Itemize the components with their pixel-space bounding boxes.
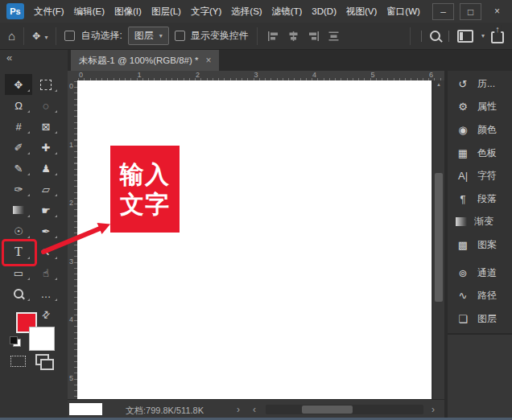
frame-tool[interactable]: ⊠ [32,116,60,137]
scroll-right-icon[interactable]: › [431,404,435,415]
ruler-number: 2 [69,199,73,207]
panel-tab-history[interactable]: ↺历... [448,72,512,96]
lasso-tool-icon: Ω [14,100,23,112]
panel-group-bottom: ⊚通道∿路径❏图层 [448,261,512,331]
gradient-panel-icon [456,217,467,226]
background-color-swatch[interactable] [29,327,55,351]
distribute-icon[interactable] [328,31,340,42]
crop-tool-icon: # [15,121,21,133]
rectangular-marquee-tool[interactable] [32,74,60,95]
align-left-edges-icon[interactable] [267,31,279,42]
auto-select-dropdown[interactable]: 图层 ▾ [128,27,169,45]
brush-tool-icon: ✎ [14,163,23,175]
brush-tool[interactable]: ✎ [5,158,32,179]
horizontal-scrollbar-thumb[interactable] [302,406,353,414]
empty-panel-area [448,333,512,418]
menu-item[interactable]: 图像(I) [109,0,147,23]
character-panel-icon: A| [456,170,470,182]
photoshop-logo: Ps [6,3,24,19]
panel-tab-pattern[interactable]: ▩图案 [448,233,512,257]
document-tab[interactable]: 未标题-1 @ 100%(RGB/8#) * × [71,50,219,71]
path-selection-tool-icon: ↖ [42,246,51,258]
spot-healing-brush-tool[interactable]: ✚ [32,137,60,158]
maximize-button[interactable]: □ [460,3,481,20]
menu-item[interactable]: 文件(F) [29,0,69,23]
panel-tab-paragraph[interactable]: ¶段落 [448,187,512,211]
dodge-tool[interactable]: ☉ [5,220,32,241]
vertical-scrollbar-thumb[interactable] [435,173,443,302]
panel-tab-character[interactable]: A|字符 [448,164,512,187]
title-bar: Ps 文件(F)编辑(E)图像(I)图层(L)文字(Y)选择(S)滤镜(T)3D… [0,0,512,23]
text-layer-box[interactable]: 输入 文字 [110,146,180,233]
text-layer-line: 文字 [120,189,170,219]
search-icon[interactable] [430,31,440,41]
panel-tab-properties[interactable]: ⚙属性 [448,96,512,119]
panel-tab-swatches[interactable]: ▦色板 [448,142,512,165]
menu-item[interactable]: 视图(V) [341,0,382,23]
menu-item[interactable]: 编辑(E) [69,0,109,23]
pattern-panel-icon: ▩ [456,239,470,251]
zoom-tool[interactable] [5,283,32,304]
workspace-icon[interactable] [457,30,473,43]
home-icon[interactable]: ⌂ [8,29,15,43]
menu-item[interactable]: 3D(D) [307,0,341,23]
gradient-tool-icon [13,206,24,214]
collapse-panel-icon[interactable]: « [6,51,12,64]
screen-mode-icon[interactable] [35,354,49,365]
history-brush-tool[interactable]: ✑ [5,179,32,200]
properties-panel-icon: ⚙ [456,101,470,113]
dock-header [448,50,512,71]
panel-tab-color[interactable]: ◉颜色 [448,118,512,142]
menu-item[interactable]: 滤镜(T) [267,0,308,23]
panel-tab-paths[interactable]: ∿路径 [448,285,512,308]
clone-stamp-tool[interactable]: ♟ [32,158,60,179]
smudge-tool[interactable]: ☛ [32,200,60,220]
panel-tab-label: 历... [477,77,495,91]
align-vertical-centers-icon[interactable] [287,31,299,42]
horizontal-scrollbar[interactable] [266,405,423,414]
menu-item[interactable]: 窗口(W) [382,0,425,23]
eyedropper-tool[interactable]: ✐ [5,137,32,158]
crop-tool[interactable]: # [5,116,32,137]
rectangle-tool-icon: ▭ [14,267,23,279]
panel-tab-gradient[interactable]: 渐变 [448,211,512,234]
swap-colors-icon[interactable]: ⇄ [39,307,53,321]
vertical-scrollbar[interactable]: ▴ [432,80,444,400]
show-transform-checkbox[interactable] [175,31,185,41]
panel-tab-channels[interactable]: ⊚通道 [448,261,512,285]
panel-tab-layers[interactable]: ❏图层 [448,307,512,331]
panel-tab-label: 图案 [477,238,497,252]
zoom-level-input[interactable] [69,403,102,415]
gradient-tool[interactable] [5,200,32,220]
move-tool-preset[interactable]: ✥ ▾ [32,31,47,42]
canvas[interactable]: 输入 文字 [77,80,431,399]
menu-item[interactable]: 选择(S) [226,0,266,23]
clone-stamp-tool-icon: ♟ [41,163,51,175]
close-button[interactable]: × [487,3,507,19]
quick-selection-tool[interactable]: ◌ [32,95,60,116]
edit-toolbar[interactable]: … [32,283,60,304]
auto-select-checkbox[interactable] [64,31,75,41]
scroll-left-icon[interactable]: ‹ [253,404,256,415]
scroll-up-icon[interactable]: ▴ [433,81,444,88]
type-tool[interactable]: T [5,241,32,262]
minimize-button[interactable]: – [432,3,454,20]
path-selection-tool[interactable]: ↖ [32,241,60,262]
eraser-tool[interactable]: ▱ [32,179,60,200]
status-expand-icon[interactable]: › [237,404,240,415]
share-icon[interactable] [491,31,504,43]
align-buttons [267,31,340,42]
menu-item[interactable]: 文字(Y) [186,0,226,23]
move-tool[interactable]: ✥ [5,74,32,95]
quick-mask-icon[interactable] [10,356,26,367]
rectangle-tool[interactable]: ▭ [5,262,32,283]
align-right-edges-icon[interactable] [308,31,320,42]
pen-tool[interactable]: ✒ [32,220,60,241]
hand-tool[interactable]: ☝ [32,262,60,283]
tab-close-icon[interactable]: × [205,55,211,66]
lasso-tool[interactable]: Ω [5,95,32,116]
default-colors-icon[interactable] [10,336,21,347]
divider [421,31,422,42]
ruler-number: 1 [69,141,73,149]
menu-item[interactable]: 图层(L) [147,0,186,23]
